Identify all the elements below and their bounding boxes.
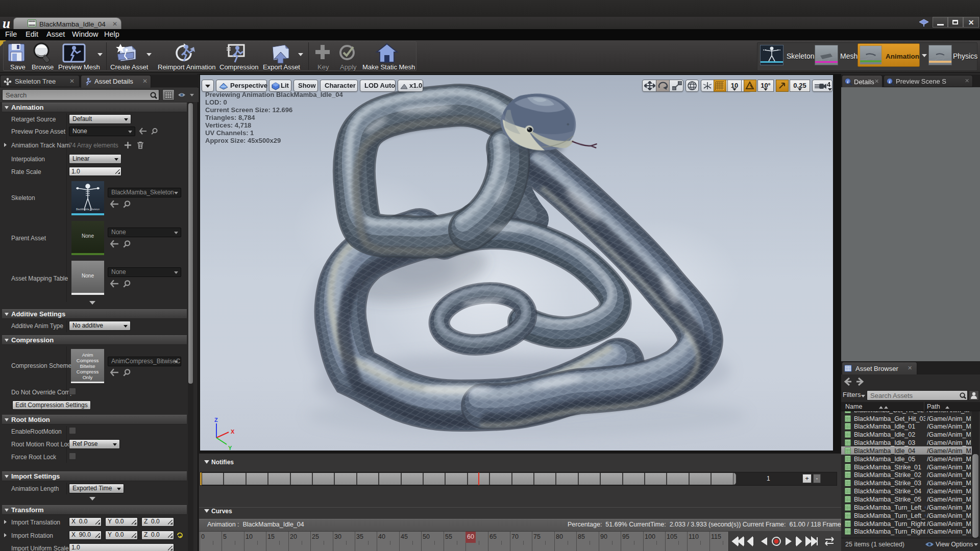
svg-text:X: X	[231, 429, 235, 435]
svg-text:Y: Y	[228, 445, 232, 450]
svg-text:BlackMamba_Skeleton: BlackMamba_Skeleton	[76, 208, 100, 211]
svg-text:Z: Z	[214, 417, 218, 423]
